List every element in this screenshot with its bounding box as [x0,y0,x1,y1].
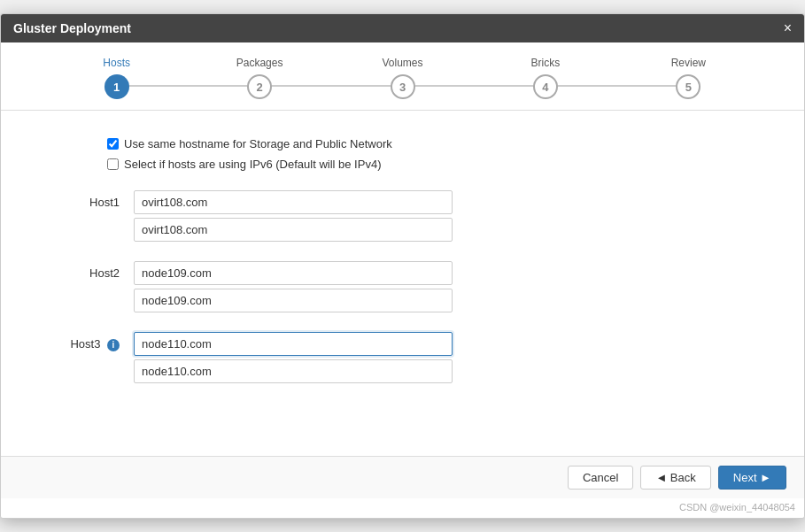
wizard-steps: Hosts 1 Packages 2 Volumes 3 Bricks 4 Re… [1,42,804,111]
step-2-circle: 2 [247,74,272,99]
cancel-button[interactable]: Cancel [568,466,633,490]
step-1: Hosts 1 [45,57,188,99]
checkbox1-row: Use same hostname for Storage and Public… [107,137,751,150]
dialog-title: Gluster Deployment [13,21,131,35]
next-button[interactable]: Next ► [718,466,786,490]
step-5: Review 5 [617,57,760,99]
host2-input2[interactable] [134,289,453,312]
host3-input1[interactable] [134,332,453,356]
step-3-circle: 3 [391,74,415,99]
host3-input2[interactable] [134,359,453,383]
host3-label: Host3 i [54,332,134,351]
step-2-label: Packages [236,57,283,69]
step-1-label: Hosts [103,57,130,69]
step-5-label: Review [671,57,706,69]
host2-group: Host2 [54,261,751,312]
host1-input2[interactable] [134,218,453,242]
step-4-label: Bricks [531,57,561,69]
dialog-body: Use same hostname for Storage and Public… [1,111,804,456]
ipv6-label[interactable]: Select if hosts are using IPv6 (Default … [124,158,381,171]
step-3: Volumes 3 [331,57,474,99]
host2-inputs [134,261,453,312]
host3-info-icon[interactable]: i [107,339,120,351]
step-4: Bricks 4 [474,57,616,99]
host3-inputs [134,332,453,383]
step-3-label: Volumes [383,57,423,69]
step-1-circle: 1 [104,74,129,99]
step-5-circle: 5 [676,74,701,99]
step-2: Packages 2 [188,57,330,99]
host3-group: Host3 i [54,332,751,383]
step-4-circle: 4 [533,74,558,99]
watermark: CSDN @weixin_44048054 [1,498,804,518]
host1-label: Host1 [54,190,134,209]
dialog-footer: Cancel ◄ Back Next ► [1,456,804,498]
back-button[interactable]: ◄ Back [640,466,710,490]
host1-group: Host1 [54,190,751,242]
host1-input1[interactable] [134,190,453,214]
same-hostname-label[interactable]: Use same hostname for Storage and Public… [124,137,392,150]
host2-input1[interactable] [134,261,453,285]
close-button[interactable]: × [784,21,792,35]
host2-label: Host2 [54,261,134,280]
checkbox2-row: Select if hosts are using IPv6 (Default … [107,158,751,171]
gluster-deployment-dialog: Gluster Deployment × Hosts 1 Packages 2 … [0,13,805,519]
host1-inputs [134,190,453,242]
same-hostname-checkbox[interactable] [107,138,119,150]
dialog-header: Gluster Deployment × [1,14,804,42]
ipv6-checkbox[interactable] [107,158,119,170]
